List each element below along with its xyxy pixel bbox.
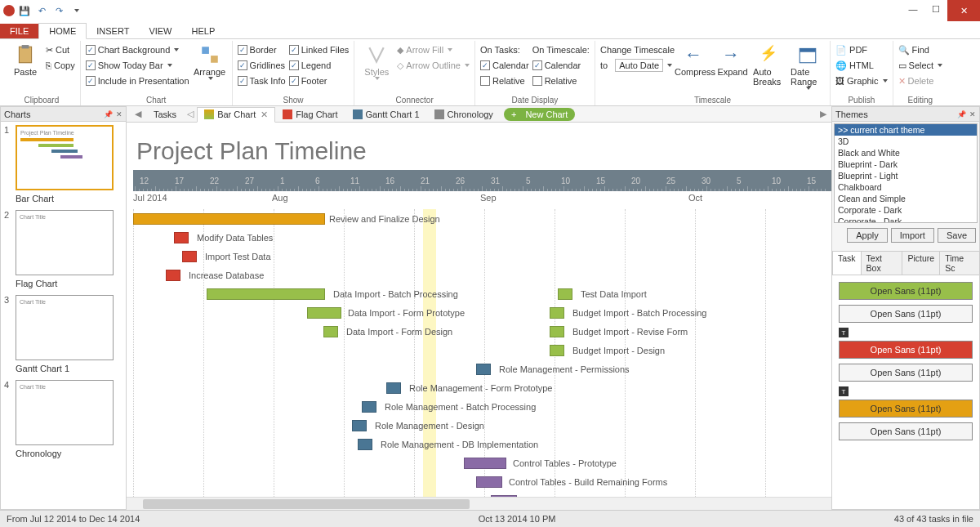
undo-icon[interactable]: ↶ bbox=[34, 3, 49, 18]
panel-close-icon[interactable]: ✕ bbox=[969, 110, 976, 118]
task-row[interactable]: Import Test Data bbox=[133, 247, 831, 266]
tasks-relative-check[interactable]: Relative bbox=[480, 74, 529, 88]
text-toggle-icon[interactable]: T bbox=[839, 386, 849, 396]
font-swatch-white[interactable]: Open Sans (11pt) bbox=[839, 422, 973, 440]
home-tab[interactable]: HOME bbox=[38, 23, 87, 39]
tasks-calendar-check[interactable]: ✓Calendar bbox=[480, 58, 529, 73]
task-row[interactable]: Control Tables - Build Remaining Forms bbox=[133, 472, 831, 491]
task-bar[interactable] bbox=[558, 288, 572, 300]
theme-item[interactable]: Chalkboard bbox=[835, 181, 977, 193]
chronology-tab[interactable]: Chronology bbox=[427, 106, 501, 122]
task-bar[interactable] bbox=[307, 307, 341, 319]
maximize-button[interactable]: ☐ bbox=[924, 0, 947, 18]
show-today-check[interactable]: ✓Show Today Bar bbox=[86, 58, 189, 73]
date-range-button[interactable]: Date Range bbox=[791, 42, 825, 90]
scale-calendar-check[interactable]: ✓Calendar bbox=[532, 58, 590, 73]
theme-item[interactable]: >> current chart theme bbox=[835, 124, 977, 136]
task-row[interactable]: Control Tables - Prototype bbox=[133, 453, 831, 472]
flag-chart-tab[interactable]: Flag Chart bbox=[275, 106, 345, 122]
theme-list[interactable]: >> current chart theme3DBlack and WhiteB… bbox=[834, 123, 978, 223]
task-row[interactable]: Data Import - Batch ProcessingTest Data … bbox=[133, 284, 831, 303]
compress-button[interactable]: ← Compress bbox=[678, 42, 712, 77]
font-swatch-white[interactable]: Open Sans (11pt) bbox=[839, 364, 973, 382]
task-row[interactable]: Role Management - Permissions bbox=[133, 360, 831, 378]
timescale-to-select[interactable]: to Auto Date bbox=[600, 58, 675, 73]
theme-item[interactable]: Blueprint - Dark bbox=[835, 159, 977, 170]
task-bar[interactable] bbox=[182, 251, 197, 262]
task-bar[interactable] bbox=[133, 213, 325, 225]
font-swatch-yellow[interactable]: Open Sans (11pt) bbox=[839, 400, 973, 418]
font-swatch-red[interactable]: Open Sans (11pt) bbox=[839, 341, 973, 359]
task-bar[interactable] bbox=[386, 382, 401, 394]
chart-thumbnail[interactable]: Chart Title bbox=[16, 210, 114, 275]
task-row[interactable]: Increase Database bbox=[133, 266, 831, 284]
arrow-fill-button[interactable]: ◆Arrow Fill bbox=[397, 42, 470, 57]
task-bar[interactable] bbox=[550, 326, 564, 337]
time-ruler[interactable]: 121722271611162126315101520253051015 bbox=[133, 170, 831, 191]
bar-chart-tab[interactable]: Bar Chart✕ bbox=[197, 107, 275, 123]
task-bar[interactable] bbox=[476, 476, 502, 488]
scale-relative-check[interactable]: Relative bbox=[532, 74, 590, 88]
select-button[interactable]: ▭Select bbox=[898, 58, 943, 73]
horizontal-scrollbar[interactable] bbox=[127, 497, 831, 510]
redo-icon[interactable]: ↷ bbox=[51, 3, 66, 18]
tabs-nav-right-icon[interactable]: ▶ bbox=[815, 109, 831, 119]
pin-icon[interactable]: 📌 bbox=[957, 110, 966, 118]
new-chart-button[interactable]: + New Chart bbox=[504, 108, 575, 121]
property-tab[interactable]: Task bbox=[832, 251, 862, 275]
chart-thumbnail[interactable]: Project Plan Timeline bbox=[16, 125, 114, 190]
task-bar[interactable] bbox=[166, 270, 180, 281]
auto-breaks-button[interactable]: ⚡ Auto Breaks bbox=[753, 42, 787, 87]
gantt-chart-tab[interactable]: Gantt Chart 1 bbox=[345, 106, 427, 122]
gridlines-check[interactable]: ✓Gridlines bbox=[238, 58, 286, 73]
copy-button[interactable]: ⎘Copy bbox=[46, 58, 75, 73]
paste-button[interactable]: Paste bbox=[8, 42, 42, 77]
qat-dropdown-icon[interactable] bbox=[69, 3, 83, 18]
close-tab-icon[interactable]: ✕ bbox=[261, 109, 268, 120]
linked-files-check[interactable]: ✓Linked Files bbox=[289, 42, 350, 57]
close-button[interactable]: ✕ bbox=[947, 0, 980, 21]
task-row[interactable]: Role Management - Form Prototype bbox=[133, 378, 831, 397]
arrange-button[interactable]: Arrange bbox=[193, 42, 227, 80]
theme-item[interactable]: Blueprint - Light bbox=[835, 170, 977, 181]
task-bar[interactable] bbox=[207, 288, 325, 300]
minimize-button[interactable]: — bbox=[902, 0, 924, 18]
tabs-nav-left-icon[interactable]: ◀ bbox=[130, 109, 146, 119]
legend-check[interactable]: ✓Legend bbox=[289, 58, 350, 73]
apply-button[interactable]: Apply bbox=[847, 228, 888, 243]
task-row[interactable]: Role Management - DB Implementation bbox=[133, 435, 831, 453]
task-bar[interactable] bbox=[174, 232, 189, 243]
import-button[interactable]: Import bbox=[891, 228, 934, 243]
save-button[interactable]: Save bbox=[938, 228, 976, 243]
property-tab[interactable]: Time Sc bbox=[939, 251, 980, 275]
expand-button[interactable]: → Expand bbox=[715, 42, 750, 77]
task-row[interactable]: Budget Import - Design bbox=[133, 341, 831, 360]
task-bar[interactable] bbox=[362, 401, 376, 413]
file-tab[interactable]: FILE bbox=[0, 24, 38, 38]
property-tab[interactable]: Picture bbox=[902, 251, 940, 275]
task-bar[interactable] bbox=[464, 458, 506, 469]
taskinfo-check[interactable]: ✓Task Info bbox=[238, 74, 286, 88]
task-bar[interactable] bbox=[323, 326, 338, 337]
styles-button[interactable]: Styles bbox=[359, 42, 394, 80]
chart-background-check[interactable]: ✓Chart Background bbox=[86, 42, 189, 57]
task-row[interactable]: Review and Finalize Design bbox=[133, 209, 831, 228]
border-check[interactable]: ✓Border bbox=[238, 42, 286, 57]
arrow-outline-button[interactable]: ◇Arrow Outline bbox=[397, 58, 470, 73]
task-bar[interactable] bbox=[476, 364, 491, 375]
task-row[interactable]: Data Import - Form PrototypeBudget Impor… bbox=[133, 303, 831, 322]
theme-item[interactable]: 3D bbox=[835, 136, 977, 147]
help-tab[interactable]: HELP bbox=[182, 24, 225, 38]
task-bar[interactable] bbox=[352, 420, 367, 431]
chart-thumbnail[interactable]: Chart Title bbox=[16, 295, 114, 360]
font-swatch-green[interactable]: Open Sans (11pt) bbox=[839, 282, 973, 300]
html-button[interactable]: 🌐HTML bbox=[835, 58, 888, 73]
font-swatch-white[interactable]: Open Sans (11pt) bbox=[839, 305, 973, 323]
theme-item[interactable]: Corporate - Dark bbox=[835, 204, 977, 216]
footer-check[interactable]: ✓Footer bbox=[289, 74, 350, 88]
view-tab[interactable]: VIEW bbox=[139, 24, 181, 38]
include-presentation-check[interactable]: ✓Include in Presentation bbox=[86, 74, 189, 88]
task-bar[interactable] bbox=[358, 439, 372, 450]
cut-button[interactable]: ✂Cut bbox=[46, 42, 75, 57]
task-bar[interactable] bbox=[550, 307, 564, 319]
